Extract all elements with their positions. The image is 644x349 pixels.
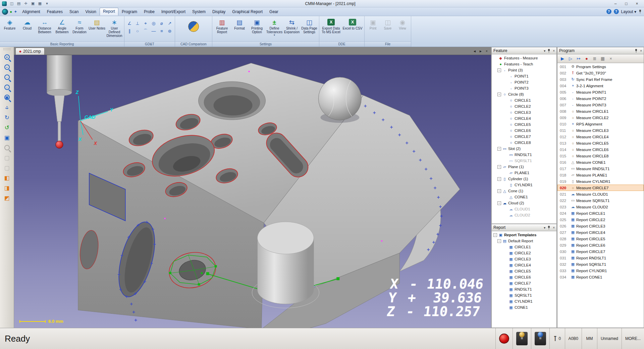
program-line[interactable]: 024 Report CIRCLE1 bbox=[557, 210, 644, 216]
feature-tree-item[interactable]: Point (3) bbox=[492, 67, 556, 73]
document-tab[interactable]: ◆ 2021.cmp bbox=[15, 48, 45, 55]
ribbon-tab[interactable]: Program bbox=[118, 8, 141, 15]
report-tree-item[interactable]: CIRCLE4 bbox=[492, 262, 556, 268]
parallelism-icon[interactable]: ∥ bbox=[125, 27, 133, 35]
alignment-name-cell[interactable]: Unnamed bbox=[597, 328, 622, 349]
feature-tree-item[interactable]: Features - Teach bbox=[492, 61, 556, 67]
ribbon-button[interactable]: Distance Between bbox=[36, 17, 53, 34]
feature-tree-item[interactable]: SQRSLT1 bbox=[492, 158, 556, 164]
program-line[interactable]: 018 Measure PLANE1 bbox=[557, 172, 644, 178]
rotate-view-tool[interactable]: ↻ bbox=[1, 112, 13, 122]
front-view-tool[interactable]: ◨ bbox=[1, 183, 13, 193]
panel-menu-caret-icon[interactable]: ▾ bbox=[544, 49, 545, 53]
tree-expander[interactable] bbox=[504, 159, 507, 163]
panel-menu-caret-icon[interactable]: ▾ bbox=[544, 226, 545, 230]
perpendicularity-icon[interactable]: ⊥ bbox=[133, 19, 142, 27]
program-line[interactable]: 011 Measure CIRCLE3 bbox=[557, 127, 644, 134]
program-line[interactable]: 004 3-2-1 Alignment bbox=[557, 83, 644, 89]
tree-expander[interactable] bbox=[504, 269, 507, 273]
zoom-dynamic-tool[interactable]: ↕ bbox=[1, 82, 13, 92]
tab-close-button[interactable]: × bbox=[484, 48, 490, 54]
ribbon-button[interactable]: Format bbox=[231, 17, 248, 30]
tree-expander[interactable] bbox=[497, 165, 501, 169]
feature-tree-item[interactable]: Cylinder (1) bbox=[492, 176, 556, 182]
context-help-icon[interactable]: ? bbox=[614, 9, 619, 14]
program-line[interactable]: 025 Report CIRCLE2 bbox=[557, 216, 644, 223]
program-line[interactable]: 013 Measure CIRCLE5 bbox=[557, 140, 644, 146]
feature-tree-item[interactable]: CIRCLE7 bbox=[492, 134, 556, 140]
tree-expander[interactable] bbox=[504, 195, 507, 199]
program-line[interactable]: 005 Measure POINT1 bbox=[557, 89, 644, 95]
feature-tree-item[interactable]: CLOUD2 bbox=[492, 212, 556, 218]
tree-expander[interactable] bbox=[504, 99, 507, 102]
report-tree-item[interactable]: CIRCLE3 bbox=[492, 256, 556, 262]
zoom-in-tool[interactable]: + bbox=[1, 52, 13, 62]
tree-expander[interactable] bbox=[504, 117, 507, 120]
feature-tree-item[interactable]: Cloud (2) bbox=[492, 200, 556, 206]
step-run-button[interactable]: ↦ bbox=[575, 55, 582, 62]
profile-icon[interactable]: ⌒ bbox=[142, 27, 150, 35]
ribbon-button[interactable]: User Defined Dimension bbox=[106, 17, 123, 38]
feature-tree-item[interactable]: Cone (1) bbox=[492, 188, 556, 194]
report-window-icon[interactable]: ▦ bbox=[37, 1, 43, 6]
ribbon-button[interactable]: Angle Between bbox=[53, 17, 71, 34]
ribbon-tab[interactable]: Report bbox=[100, 8, 118, 15]
report-tree-item[interactable]: CIRCLE7 bbox=[492, 280, 556, 286]
program-line[interactable]: 031 Report RNDSLT1 bbox=[557, 255, 644, 261]
program-line[interactable]: 014 Measure CIRCLE6 bbox=[557, 146, 644, 153]
pendant-control-button[interactable] bbox=[531, 328, 549, 349]
program-line[interactable]: 007 Measure POINT3 bbox=[557, 102, 644, 108]
panel-close-icon[interactable]: × bbox=[553, 49, 555, 53]
tree-expander[interactable] bbox=[497, 239, 501, 243]
ribbon-tab[interactable]: Probe bbox=[141, 8, 158, 15]
program-line[interactable]: 028 Report CIRCLE5 bbox=[557, 236, 644, 242]
feature-tree-item[interactable]: CIRCLE8 bbox=[492, 140, 556, 146]
side-view-tool[interactable]: ◩ bbox=[1, 193, 13, 203]
ribbon-button[interactable]: Print bbox=[366, 17, 380, 30]
program-line[interactable]: 008 Measure CIRCLE1 bbox=[557, 108, 644, 114]
units-cell[interactable]: MM bbox=[582, 328, 597, 349]
tree-expander[interactable] bbox=[497, 68, 501, 72]
tree-expander[interactable] bbox=[504, 183, 507, 187]
feature-tree-item[interactable]: POINT2 bbox=[492, 79, 556, 85]
ribbon-tab[interactable]: Gear bbox=[266, 8, 282, 15]
teach-mode-icon[interactable]: ● bbox=[10, 9, 12, 14]
ribbon-button[interactable]: Feature bbox=[1, 17, 18, 30]
tree-expander[interactable] bbox=[504, 74, 507, 78]
angularity-icon[interactable]: ∠ bbox=[125, 19, 133, 27]
panel-close-icon[interactable]: × bbox=[640, 49, 642, 53]
ribbon-tab[interactable]: Scan bbox=[66, 8, 82, 15]
report-tree-item[interactable]: CYLNDR1 bbox=[492, 298, 556, 304]
tree-expander[interactable] bbox=[504, 257, 507, 261]
ribbon-button[interactable]: Excel to CSV bbox=[342, 17, 363, 30]
program-line[interactable]: 001 Program Settings bbox=[557, 63, 644, 70]
ribbon-button[interactable]: Define Tolerances ▾ bbox=[266, 17, 283, 37]
breakpoint-button[interactable]: ● bbox=[583, 55, 590, 62]
tree-expander[interactable] bbox=[493, 62, 497, 66]
ribbon-button[interactable]: Cloud bbox=[18, 17, 36, 30]
ribbon-button[interactable]: Printing Option bbox=[248, 17, 266, 34]
program-line[interactable]: 009 Measure CIRCLE2 bbox=[557, 114, 644, 121]
view-control-tool[interactable]: ▣ bbox=[1, 133, 13, 143]
diameter-icon[interactable]: ⌀ bbox=[158, 19, 166, 27]
report-tree-item[interactable]: CIRCLE6 bbox=[492, 274, 556, 280]
run-program-button[interactable]: ▶ bbox=[559, 55, 566, 62]
ribbon-tab[interactable]: Vision bbox=[82, 8, 99, 15]
rotate-3d-tool[interactable]: ↺ bbox=[1, 122, 13, 133]
program-line[interactable]: 020 Measure CIRCLE7 bbox=[557, 185, 644, 191]
tree-expander[interactable] bbox=[504, 141, 507, 145]
report-tree-item[interactable]: RNDSLT1 bbox=[492, 286, 556, 292]
feature-tree-item[interactable]: POINT1 bbox=[492, 73, 556, 79]
probe-zoom-tool[interactable] bbox=[1, 143, 13, 153]
panel-pin-icon[interactable] bbox=[547, 226, 551, 230]
feature-tree-item[interactable]: Features - Measure bbox=[492, 55, 556, 61]
zoom-window-tool[interactable]: ▫ bbox=[1, 72, 13, 82]
feature-tree-item[interactable]: POINT3 bbox=[492, 85, 556, 91]
zoom-out-tool[interactable]: − bbox=[1, 62, 13, 72]
straightness-icon[interactable]: — bbox=[150, 27, 158, 35]
list-options-button[interactable]: ≣ bbox=[591, 55, 598, 62]
tree-expander[interactable] bbox=[504, 306, 507, 309]
program-line[interactable]: 027 Report CIRCLE4 bbox=[557, 229, 644, 236]
program-line[interactable]: 002 Get "3x20_TP20" bbox=[557, 70, 644, 76]
program-line[interactable]: 012 Measure CIRCLE4 bbox=[557, 134, 644, 140]
